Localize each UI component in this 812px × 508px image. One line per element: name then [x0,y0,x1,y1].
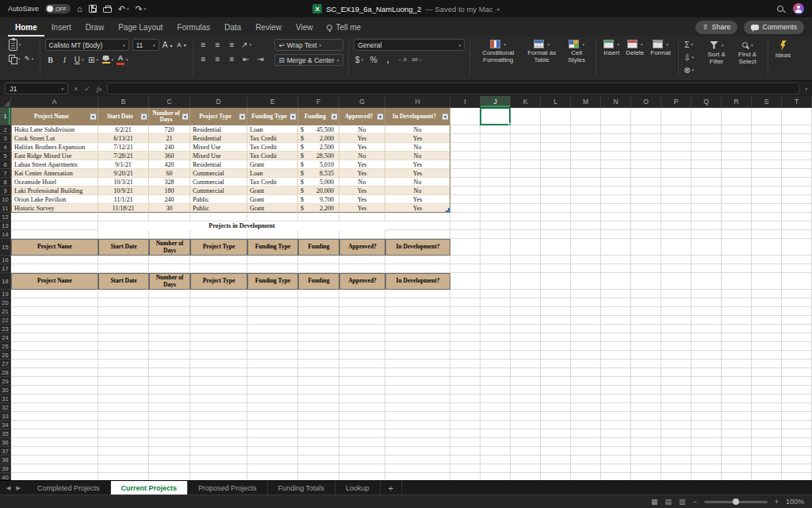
cell-E2[interactable]: Loan [247,125,298,134]
cell-F4[interactable]: $2,500 [298,143,339,152]
cell-G5[interactable]: No [339,152,385,160]
cell-D6[interactable]: Residential [190,160,247,169]
ribbon-tab-draw[interactable]: Draw [79,17,111,37]
comma-format-button[interactable]: , [382,54,393,65]
home-button[interactable]: ⌂ [77,5,82,13]
dev-table-header-approved-[interactable]: Approved? [339,239,385,256]
format-cells-button[interactable]: ▾ Format [648,39,672,58]
conditional-formatting-button[interactable]: ▾ Conditional Formatting [475,39,521,64]
ribbon-tab-data[interactable]: Data [217,17,248,37]
cell-C10[interactable]: 240 [149,195,190,204]
filter-dropdown-button[interactable]: ▾ [331,114,338,121]
cell-A8[interactable]: Oceanside Hotel [11,178,98,187]
cell-C5[interactable]: 360 [149,152,190,160]
format-as-table-button[interactable]: ▾ Format as Table [523,39,561,64]
proposed-table-header-project-type[interactable]: Project Type [190,273,247,290]
ribbon-tab-formulas[interactable]: Formulas [170,17,217,37]
page-break-view-icon[interactable]: ▥ [679,498,686,506]
formula-input[interactable] [107,83,799,94]
cell-C2[interactable]: 720 [149,125,190,134]
row-header-1[interactable]: 1 [0,108,11,125]
cell-D9[interactable]: Commercial [190,187,247,195]
filter-dropdown-button[interactable]: ▾ [377,114,384,121]
add-sheet-button[interactable]: + [381,481,402,495]
cell-F5[interactable]: $28,500 [298,152,339,160]
cell-E10[interactable]: Grant [247,195,298,204]
row-header-3[interactable]: 3 [0,134,11,143]
cell-A4[interactable]: Halifax Brothers Expansion [11,143,98,152]
confirm-entry-icon[interactable]: ✓ [84,85,90,93]
row-header-27[interactable]: 27 [0,360,11,368]
row-header-33[interactable]: 33 [0,412,11,421]
filter-dropdown-button[interactable]: ▾ [182,114,189,121]
cell-G4[interactable]: Yes [339,143,385,152]
cell-D11[interactable]: Public [190,204,247,213]
column-header-P[interactable]: P [661,96,691,108]
table-header-funding-type[interactable]: Funding Type▾ [247,108,298,125]
zoom-slider[interactable] [704,501,768,503]
row-header-21[interactable]: 21 [0,307,11,316]
cell-B9[interactable]: 10/9/21 [98,187,149,195]
align-bottom-button[interactable]: ≡ [227,39,238,50]
proposed-table-header-funding[interactable]: Funding [298,273,339,290]
row-header-22[interactable]: 22 [0,316,11,325]
column-header-R[interactable]: R [722,96,752,108]
proposed-table-header-in-development-[interactable]: In Development? [385,273,450,290]
save-button[interactable] [89,5,97,13]
dev-table-header-funding-type[interactable]: Funding Type [247,239,298,256]
row-header-23[interactable]: 23 [0,325,11,333]
undo-button[interactable]: ↶▾ [118,5,129,13]
sheet-tab-completed-projects[interactable]: Completed Projects [27,481,111,495]
cell-G8[interactable]: No [339,178,385,187]
table-header-approved-[interactable]: Approved?▾ [339,108,385,125]
column-header-N[interactable]: N [601,96,631,108]
page-layout-view-icon[interactable]: ▤ [665,498,672,506]
cell-E11[interactable]: Grant [247,204,298,213]
row-header-30[interactable]: 30 [0,386,11,394]
column-header-L[interactable]: L [541,96,571,108]
merge-center-button[interactable]: ⊟Merge & Center▾ [274,54,344,66]
table-header-funding[interactable]: Funding▾ [298,108,339,125]
cell-F2[interactable]: $45,500 [298,125,339,134]
cell-D2[interactable]: Residential [190,125,247,134]
row-header-18[interactable]: 18 [0,273,11,290]
cell-F8[interactable]: $5,000 [298,178,339,187]
column-header-B[interactable]: B [98,96,149,108]
normal-view-icon[interactable]: ▦ [651,498,658,506]
align-left-button[interactable]: ≡ [198,53,209,64]
proposed-table-header-start-date[interactable]: Start Date [98,273,149,290]
column-header-K[interactable]: K [511,96,541,108]
cell-D7[interactable]: Commercial [190,169,247,178]
ribbon-tab-tell-me[interactable]: Tell me [320,17,368,37]
row-header-19[interactable]: 19 [0,290,11,298]
cell-C7[interactable]: 60 [149,169,190,178]
sheet-tab-proposed-projects[interactable]: Proposed Projects [188,481,268,495]
cell-B10[interactable]: 11/1/21 [98,195,149,204]
cell-E5[interactable]: Tax Credit [247,152,298,160]
cell-C8[interactable]: 328 [149,178,190,187]
italic-button[interactable]: I [59,54,71,65]
cell-A2[interactable]: Hoku Lane Subdivision [11,125,98,134]
dev-table-header-number-of-days[interactable]: Number of Days [149,239,190,256]
cell-H3[interactable]: Yes [385,134,450,143]
sheet-tab-funding-totals[interactable]: Funding Totals [268,481,335,495]
bold-button[interactable]: B [45,54,56,65]
dev-table-header-project-type[interactable]: Project Type [190,239,247,256]
column-header-A[interactable]: A [11,96,98,108]
table-header-start-date[interactable]: Start Date▾ [98,108,149,125]
sheet-tab-lookup[interactable]: Lookup [335,481,381,495]
cell-B2[interactable]: 6/2/21 [98,125,149,134]
profile-avatar[interactable] [793,3,804,14]
row-header-15[interactable]: 15 [0,239,11,256]
font-size-select[interactable]: 11▾ [132,39,159,51]
dev-table-header-project-name[interactable]: Project Name [11,239,98,256]
row-header-39[interactable]: 39 [0,464,11,473]
column-header-T[interactable]: T [782,96,812,108]
row-header-37[interactable]: 37 [0,447,11,456]
align-top-button[interactable]: ≡ [198,39,209,50]
cell-G2[interactable]: No [339,125,385,134]
sheet-tab-current-projects[interactable]: Current Projects [111,481,189,495]
comments-button[interactable]: Comments [744,21,804,34]
align-right-button[interactable]: ≡ [227,53,238,64]
row-header-4[interactable]: 4 [0,143,11,152]
